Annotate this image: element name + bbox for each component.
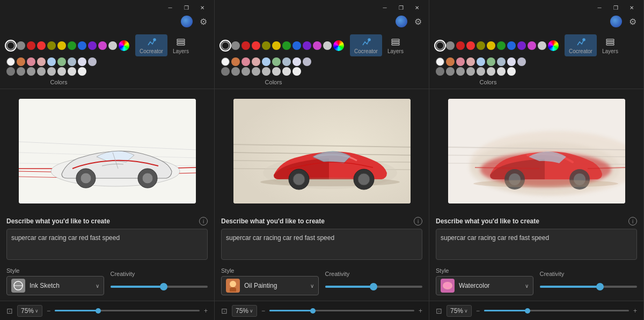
canvas-area-3 (429, 90, 643, 212)
prompt-input-3[interactable]: supercar car racing car red fast speed (436, 229, 637, 260)
color-med-gray-2[interactable] (17, 67, 25, 76)
color-lightgreen[interactable] (57, 57, 66, 66)
statusbar-2: ⊡ 75% ∨ − + (215, 301, 429, 320)
zoom-out-icon-2[interactable]: − (261, 307, 265, 315)
describe-row-1: Describe what you'd like to create i (6, 217, 208, 226)
color-med-gray-1[interactable] (6, 67, 15, 76)
color-lightblue[interactable] (47, 57, 56, 66)
color-lightpink[interactable] (37, 57, 46, 66)
style-dropdown-2[interactable]: Oil Painting ∨ (221, 276, 319, 295)
color-green[interactable] (68, 41, 76, 50)
profile-icon-2[interactable] (396, 16, 407, 27)
color-lavender[interactable] (78, 57, 86, 66)
zoom-slider-3[interactable] (484, 310, 629, 311)
color-red[interactable] (37, 41, 46, 50)
minimize-btn-3[interactable]: ─ (592, 2, 607, 13)
zoom-slider-1[interactable] (55, 310, 200, 311)
color-pink[interactable] (98, 41, 107, 50)
color-purple[interactable] (88, 41, 97, 50)
canvas-container-2[interactable] (233, 99, 411, 203)
zoom-out-icon-1[interactable]: − (47, 307, 50, 315)
color-lightgray[interactable] (108, 41, 117, 50)
color-blue[interactable] (78, 41, 86, 50)
color-slate[interactable] (68, 57, 76, 66)
close-btn-1[interactable]: ✕ (195, 2, 210, 13)
rainbow-color-btn-1[interactable] (119, 40, 129, 51)
color-gray[interactable] (17, 41, 25, 50)
color-white[interactable] (6, 57, 15, 66)
maximize-btn-3[interactable]: ❒ (608, 2, 623, 13)
canvas-container-3[interactable] (448, 99, 625, 203)
creativity-slider-1[interactable] (111, 281, 208, 292)
bottom-panel-3: Describe what you'd like to create i sup… (429, 212, 643, 301)
top-right-area-2: ⚙ (396, 15, 425, 28)
style-dropdown-3[interactable]: Watercolor ∨ (436, 276, 533, 295)
panel-ink-sketch: ─ ❒ ✕ ⚙ (0, 0, 215, 320)
layers-btn-1[interactable]: Layers (169, 34, 193, 56)
cocreator-btn-1[interactable]: Cocreator (135, 34, 167, 56)
color-black-2[interactable] (221, 41, 230, 50)
color-olive[interactable] (47, 41, 56, 50)
profile-icon-3[interactable] (610, 16, 622, 27)
style-dropdown-1[interactable]: Ink Sketch ∨ (6, 276, 104, 295)
zoom-in-icon-1[interactable]: + (204, 307, 208, 315)
colors-section-label-2: Colors (221, 79, 326, 85)
color-orange[interactable] (17, 57, 25, 66)
creativity-slider-2[interactable] (325, 281, 423, 292)
layers-btn-3[interactable]: Layers (598, 34, 623, 56)
statusbar-1: ⊡ 75% ∨ − + (0, 301, 214, 320)
color-darkred[interactable] (27, 41, 35, 50)
zoom-value-3: 75% (450, 307, 463, 315)
window-controls-2: ─ ❒ ✕ (377, 2, 425, 13)
color-black[interactable] (6, 41, 15, 50)
zoom-thumb-2[interactable] (310, 308, 316, 314)
rainbow-color-btn-2[interactable] (333, 40, 344, 51)
close-btn-3[interactable]: ✕ (624, 2, 639, 13)
maximize-btn-2[interactable]: ❒ (393, 2, 408, 13)
zoom-slider-2[interactable] (269, 310, 414, 311)
color-med-gray-4[interactable] (37, 67, 46, 76)
info-icon-3[interactable]: i (628, 217, 637, 226)
creativity-slider-3[interactable] (540, 281, 638, 292)
zoom-dropdown-1[interactable]: 75% ∨ (17, 305, 42, 317)
minimize-btn-1[interactable]: ─ (163, 2, 178, 13)
rainbow-color-btn-3[interactable] (548, 40, 559, 51)
slider-track-3 (540, 286, 638, 288)
svg-point-56 (473, 180, 618, 187)
settings-icon-3[interactable]: ⚙ (626, 15, 639, 28)
zoom-thumb-3[interactable] (525, 308, 530, 314)
color-med-gray-7[interactable] (68, 67, 76, 76)
maximize-btn-1[interactable]: ❒ (179, 2, 194, 13)
color-med-gray-8[interactable] (78, 67, 86, 76)
settings-icon-2[interactable]: ⚙ (412, 15, 425, 28)
layers-btn-2[interactable]: Layers (383, 34, 408, 56)
color-silver[interactable] (88, 57, 97, 66)
cocreator-btn-2[interactable]: Cocreator (350, 34, 382, 56)
zoom-out-icon-3[interactable]: − (476, 307, 480, 315)
slider-thumb-2[interactable] (370, 283, 377, 290)
prompt-input-1[interactable]: supercar car racing car red fast speed (6, 229, 208, 260)
profile-icon-1[interactable] (181, 16, 193, 27)
zoom-in-icon-3[interactable]: + (633, 307, 637, 315)
svg-point-18 (142, 173, 153, 184)
prompt-input-2[interactable]: supercar car racing car red fast speed (221, 229, 422, 260)
color-med-gray-3[interactable] (27, 67, 35, 76)
info-icon-1[interactable]: i (199, 217, 208, 226)
color-yellow[interactable] (57, 41, 66, 50)
color-salmon[interactable] (27, 57, 35, 66)
svg-rect-1 (177, 39, 185, 41)
slider-thumb-3[interactable] (596, 283, 604, 290)
zoom-thumb-1[interactable] (96, 308, 101, 314)
info-icon-2[interactable]: i (414, 217, 422, 226)
slider-thumb-1[interactable] (160, 283, 167, 290)
zoom-in-icon-2[interactable]: + (419, 307, 422, 315)
minimize-btn-2[interactable]: ─ (377, 2, 392, 13)
cocreator-btn-3[interactable]: Cocreator (565, 34, 597, 56)
close-btn-2[interactable]: ✕ (409, 2, 425, 13)
canvas-container-1[interactable] (19, 99, 196, 203)
color-med-gray-6[interactable] (57, 67, 66, 76)
zoom-dropdown-3[interactable]: 75% ∨ (447, 305, 472, 317)
settings-icon-1[interactable]: ⚙ (197, 15, 210, 28)
color-med-gray-5[interactable] (47, 67, 56, 76)
zoom-dropdown-2[interactable]: 75% ∨ (232, 305, 257, 317)
